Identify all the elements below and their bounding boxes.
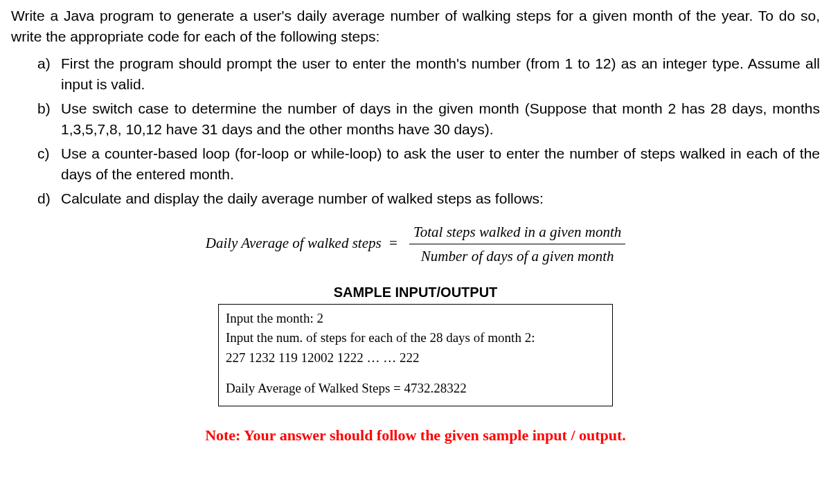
- item-text: Calculate and display the daily average …: [61, 188, 820, 209]
- sample-box: Input the month: 2 Input the num. of ste…: [218, 304, 613, 406]
- fraction-numerator: Total steps walked in a given month: [409, 222, 625, 244]
- list-item: b) Use switch case to determine the numb…: [37, 98, 820, 141]
- instruction-list: a) First the program should prompt the u…: [11, 53, 820, 209]
- item-text: First the program should prompt the user…: [61, 53, 820, 96]
- formula-left: Daily Average of walked steps: [206, 235, 382, 251]
- item-marker: b): [37, 98, 61, 141]
- list-item: c) Use a counter-based loop (for-loop or…: [37, 143, 820, 186]
- item-text: Use switch case to determine the number …: [61, 98, 820, 141]
- item-marker: c): [37, 143, 61, 186]
- item-marker: d): [37, 188, 61, 209]
- formula: Daily Average of walked steps = Total st…: [11, 222, 820, 267]
- equals-sign: =: [389, 235, 397, 251]
- item-text: Use a counter-based loop (for-loop or wh…: [61, 143, 820, 186]
- sample-line: 227 1232 119 12002 1222 … … 222: [226, 348, 605, 368]
- sample-line: Daily Average of Walked Steps = 4732.283…: [226, 379, 605, 399]
- fraction-denominator: Number of days of a given month: [409, 244, 625, 267]
- list-item: a) First the program should prompt the u…: [37, 53, 820, 96]
- sample-line: Input the num. of steps for each of the …: [226, 328, 605, 348]
- item-marker: a): [37, 53, 61, 96]
- list-item: d) Calculate and display the daily avera…: [37, 188, 820, 209]
- sample-title: SAMPLE INPUT/OUTPUT: [11, 282, 820, 303]
- intro-text: Write a Java program to generate a user'…: [11, 6, 820, 48]
- fraction: Total steps walked in a given month Numb…: [409, 222, 625, 267]
- note-text: Note: Your answer should follow the give…: [11, 424, 820, 447]
- sample-line: Input the month: 2: [226, 309, 605, 329]
